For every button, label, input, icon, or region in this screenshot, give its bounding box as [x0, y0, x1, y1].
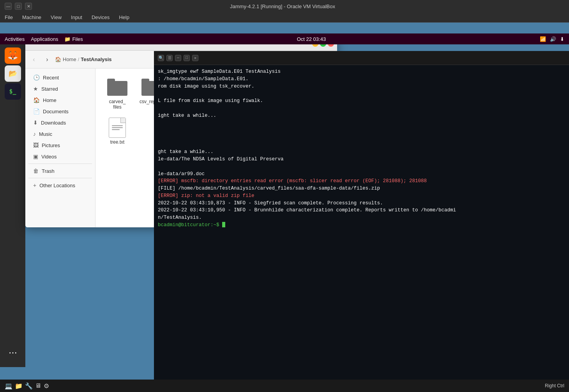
- terminal-line: le-data/The NDSA Levels of Digital Prese…: [158, 156, 565, 163]
- right-ctrl-label: Right Ctrl: [545, 383, 564, 388]
- window-close-btn[interactable]: ✕: [25, 3, 32, 10]
- breadcrumb-separator: /: [78, 56, 80, 62]
- music-icon: ♪: [33, 131, 36, 137]
- activities-btn[interactable]: Activities: [5, 36, 25, 42]
- app-grid-icon[interactable]: ⋯: [5, 345, 21, 361]
- taskbar-icon-2[interactable]: 📁: [15, 382, 23, 390]
- terminal-minimize-btn[interactable]: —: [175, 55, 181, 61]
- files-icon: 📁: [64, 36, 71, 42]
- trash-icon: 🗑: [33, 168, 39, 174]
- menu-bar: File Machine View Input Devices Help: [0, 12, 569, 23]
- ubuntu-top-bar: Activities Applications 📁 Files Oct 22 0…: [0, 33, 569, 44]
- sidebar-label-starred: Starred: [41, 86, 58, 92]
- terminal-line: rom disk image using tsk_recover.: [158, 83, 565, 90]
- files-btn[interactable]: 📁 Files: [64, 36, 83, 42]
- window-title: Jammy-4.2.1 [Running] - Oracle VM Virtua…: [32, 4, 533, 9]
- terminal-menu-btn[interactable]: ☰: [166, 55, 173, 61]
- sidebar-label-downloads: Downloads: [41, 120, 66, 126]
- menu-view[interactable]: View: [49, 14, 63, 21]
- sidebar-label-videos: Videos: [41, 154, 57, 160]
- terminal-line-error: [ERROR] mscfb: directory entries read er…: [158, 178, 565, 185]
- window-controls-left[interactable]: — □ ✕: [5, 3, 32, 10]
- bottom-taskbar: 💻 📁 🔧 🖥 ⚙ Right Ctrl: [0, 380, 569, 392]
- terminal-line: [158, 134, 565, 141]
- terminal-line: [158, 105, 565, 112]
- sidebar-item-other-locations[interactable]: + Other Locations: [27, 180, 94, 191]
- sidebar-item-home[interactable]: 🏠 Home: [27, 95, 94, 105]
- back-button[interactable]: ‹: [28, 54, 39, 65]
- home-nav-icon: 🏠: [33, 97, 40, 103]
- taskbar-right: Right Ctrl: [545, 383, 564, 388]
- files-app-icon[interactable]: 📂: [5, 65, 21, 82]
- taskbar-icon-1[interactable]: 💻: [5, 382, 12, 390]
- sidebar-divider: [28, 163, 92, 164]
- terminal-line: [158, 127, 565, 134]
- recent-icon: 🕒: [33, 74, 40, 81]
- terminal-controls[interactable]: 🔍 ☰ — □ ✕: [158, 55, 198, 61]
- breadcrumb-home[interactable]: Home: [63, 56, 76, 62]
- breadcrumb-current: TestAnalysis: [81, 56, 111, 62]
- applications-btn[interactable]: Applications: [31, 36, 58, 42]
- svg-rect-3: [141, 79, 149, 83]
- terminal-app-icon[interactable]: $_: [5, 83, 21, 100]
- vm-content: Activities Applications 📁 Files Oct 22 0…: [0, 33, 569, 380]
- terminal-header: 🔍 ☰ — □ ✕: [154, 51, 569, 65]
- forward-button[interactable]: ›: [42, 54, 53, 65]
- home-icon: 🏠: [55, 56, 61, 62]
- taskbar-icon-4[interactable]: 🖥: [35, 382, 41, 389]
- terminal-line: [FILE] /home/bcadmin/TestAnalysis/carved…: [158, 185, 565, 192]
- sidebar-label-music: Music: [39, 131, 52, 137]
- sidebar-item-trash[interactable]: 🗑 Trash: [27, 165, 94, 176]
- terminal-line: le-data/ar99.doc: [158, 171, 565, 178]
- pictures-icon: 🖼: [33, 142, 39, 148]
- menu-machine[interactable]: Machine: [21, 14, 43, 21]
- terminal-maximize-btn[interactable]: □: [184, 55, 190, 61]
- sidebar-item-starred[interactable]: ★ Starred: [27, 83, 94, 94]
- documents-icon: 📄: [33, 108, 40, 114]
- terminal-close-btn[interactable]: ✕: [192, 55, 198, 61]
- terminal-line: [158, 119, 565, 127]
- window-maximize-btn[interactable]: □: [15, 3, 22, 10]
- tree-icon: [107, 118, 127, 138]
- file-item-tree[interactable]: tree.txt: [102, 115, 133, 147]
- sidebar-label-pictures: Pictures: [42, 142, 60, 148]
- sidebar-item-documents[interactable]: 📄 Documents: [27, 106, 94, 117]
- taskbar-icon-5[interactable]: ⚙: [44, 382, 49, 390]
- terminal-line: [158, 90, 565, 97]
- sidebar-item-videos[interactable]: ▣ Videos: [27, 151, 94, 162]
- sidebar-item-recent[interactable]: 🕒 Recent: [27, 72, 94, 83]
- other-locations-icon: +: [33, 182, 36, 188]
- terminal-line: sk_imgtype ewf SampleData.E01 TestAnalys…: [158, 68, 565, 76]
- sidebar-label-trash: Trash: [42, 168, 55, 174]
- menu-help[interactable]: Help: [117, 14, 131, 21]
- taskbar-icon-3[interactable]: 🔧: [25, 382, 33, 390]
- carved-files-label: carved_ files: [109, 99, 126, 110]
- top-bar-left: Activities Applications 📁 Files: [5, 36, 83, 42]
- file-item-carved-files[interactable]: carved_ files: [102, 75, 133, 112]
- terminal-prompt[interactable]: bcadmin@bitcurator:~$: [158, 221, 565, 229]
- terminal-body[interactable]: sk_imgtype ewf SampleData.E01 TestAnalys…: [154, 65, 569, 380]
- menu-input[interactable]: Input: [69, 14, 84, 21]
- sidebar-item-downloads[interactable]: ⬇ Downloads: [27, 117, 94, 128]
- sidebar-label-other: Other Locations: [39, 183, 75, 188]
- svg-rect-1: [107, 79, 115, 83]
- menu-file[interactable]: File: [3, 14, 14, 21]
- firefox-icon[interactable]: 🦊: [5, 47, 21, 64]
- window-minimize-btn[interactable]: —: [5, 3, 12, 10]
- terminal-line: ight take a while...: [158, 112, 565, 120]
- fm-sidebar: 🕒 Recent ★ Starred 🏠 Home 📄 Documents ⬇: [25, 69, 95, 227]
- videos-icon: ▣: [33, 153, 38, 160]
- tree-label: tree.txt: [110, 139, 125, 145]
- terminal-line: [158, 141, 565, 149]
- sidebar-item-music[interactable]: ♪ Music: [27, 128, 94, 139]
- downloads-icon: ⬇: [33, 120, 38, 126]
- terminal-search-btn[interactable]: 🔍: [158, 55, 164, 61]
- terminal-line: 2022-10-22 03:43:10,873 - INFO - Siegfri…: [158, 200, 565, 207]
- sidebar-item-pictures[interactable]: 🖼 Pictures: [27, 140, 94, 151]
- terminal-window: 🔍 ☰ — □ ✕ sk_imgtype ewf SampleData.E01 …: [154, 51, 569, 380]
- top-bar-datetime: Oct 22 03:43: [297, 36, 326, 42]
- starred-icon: ★: [33, 86, 38, 92]
- terminal-line: : /home/bcadmin/SampleData.E01.: [158, 76, 565, 83]
- terminal-line: ght take a while...: [158, 148, 565, 156]
- menu-devices[interactable]: Devices: [90, 14, 111, 21]
